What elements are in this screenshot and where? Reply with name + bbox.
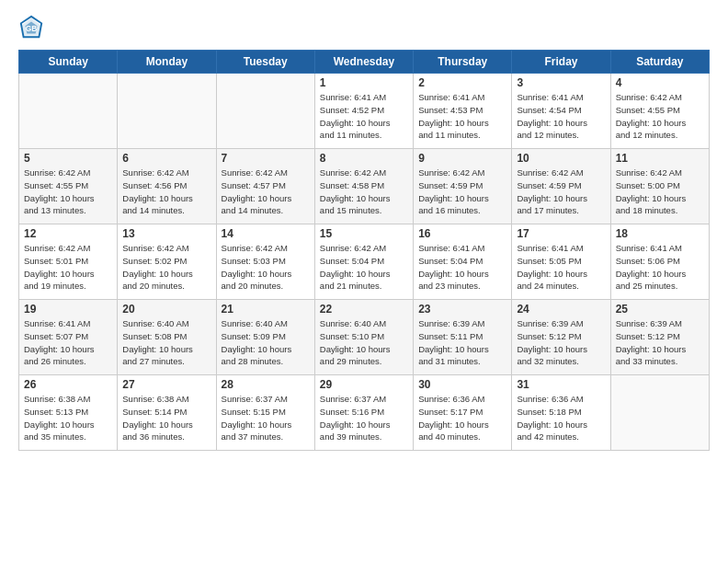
calendar-cell: 20Sunrise: 6:40 AM Sunset: 5:08 PM Dayli…	[118, 300, 216, 375]
calendar-body: 1Sunrise: 6:41 AM Sunset: 4:52 PM Daylig…	[19, 74, 710, 451]
day-info: Sunrise: 6:39 AM Sunset: 5:12 PM Dayligh…	[517, 317, 605, 368]
calendar-cell: 15Sunrise: 6:42 AM Sunset: 5:04 PM Dayli…	[314, 224, 413, 300]
day-number: 12	[24, 227, 112, 240]
day-info: Sunrise: 6:42 AM Sunset: 5:00 PM Dayligh…	[616, 167, 704, 217]
day-number: 9	[418, 152, 506, 165]
weekday-row: SundayMondayTuesdayWednesdayThursdayFrid…	[19, 51, 710, 74]
calendar-cell: 26Sunrise: 6:38 AM Sunset: 5:13 PM Dayli…	[19, 375, 118, 451]
day-info: Sunrise: 6:40 AM Sunset: 5:10 PM Dayligh…	[320, 317, 408, 368]
day-number: 27	[122, 378, 210, 391]
day-info: Sunrise: 6:40 AM Sunset: 5:08 PM Dayligh…	[122, 317, 210, 368]
weekday-header: Friday	[512, 51, 610, 74]
day-number: 18	[616, 227, 704, 240]
weekday-header: Saturday	[610, 51, 709, 74]
calendar-cell: 11Sunrise: 6:42 AM Sunset: 5:00 PM Dayli…	[610, 149, 709, 224]
weekday-header: Monday	[118, 51, 216, 74]
day-info: Sunrise: 6:41 AM Sunset: 5:04 PM Dayligh…	[418, 242, 506, 293]
day-info: Sunrise: 6:42 AM Sunset: 5:02 PM Dayligh…	[122, 242, 210, 293]
day-number: 31	[517, 378, 605, 391]
calendar-cell	[216, 74, 314, 149]
day-number: 15	[320, 227, 408, 240]
calendar-cell: 4Sunrise: 6:42 AM Sunset: 4:55 PM Daylig…	[610, 74, 709, 149]
day-info: Sunrise: 6:41 AM Sunset: 4:53 PM Dayligh…	[418, 91, 506, 142]
day-number: 20	[122, 303, 210, 316]
day-number: 3	[517, 76, 605, 89]
day-number: 13	[122, 227, 210, 240]
calendar-cell: 27Sunrise: 6:38 AM Sunset: 5:14 PM Dayli…	[118, 375, 216, 451]
calendar-cell: 7Sunrise: 6:42 AM Sunset: 4:57 PM Daylig…	[216, 149, 314, 224]
day-number: 19	[24, 303, 112, 316]
day-info: Sunrise: 6:39 AM Sunset: 5:11 PM Dayligh…	[418, 317, 506, 368]
calendar-week-row: 5Sunrise: 6:42 AM Sunset: 4:55 PM Daylig…	[19, 149, 710, 224]
calendar-cell: 3Sunrise: 6:41 AM Sunset: 4:54 PM Daylig…	[512, 74, 610, 149]
day-number: 6	[122, 152, 210, 165]
calendar-page: GB SundayMondayTuesdayWednesdayThursdayF…	[0, 0, 728, 563]
calendar-cell: 14Sunrise: 6:42 AM Sunset: 5:03 PM Dayli…	[216, 224, 314, 300]
weekday-header: Wednesday	[314, 51, 413, 74]
day-number: 4	[616, 76, 704, 89]
calendar-cell	[118, 74, 216, 149]
calendar-cell: 5Sunrise: 6:42 AM Sunset: 4:55 PM Daylig…	[19, 149, 118, 224]
day-number: 14	[222, 227, 310, 240]
day-number: 25	[616, 303, 704, 316]
calendar-cell: 19Sunrise: 6:41 AM Sunset: 5:07 PM Dayli…	[19, 300, 118, 375]
calendar-cell: 6Sunrise: 6:42 AM Sunset: 4:56 PM Daylig…	[118, 149, 216, 224]
calendar-cell: 23Sunrise: 6:39 AM Sunset: 5:11 PM Dayli…	[414, 300, 512, 375]
day-info: Sunrise: 6:37 AM Sunset: 5:15 PM Dayligh…	[222, 393, 310, 443]
day-number: 7	[222, 152, 310, 165]
calendar-table: SundayMondayTuesdayWednesdayThursdayFrid…	[18, 50, 710, 451]
calendar-cell: 21Sunrise: 6:40 AM Sunset: 5:09 PM Dayli…	[216, 300, 314, 375]
day-number: 23	[418, 303, 506, 316]
day-info: Sunrise: 6:42 AM Sunset: 4:56 PM Dayligh…	[122, 167, 210, 217]
day-info: Sunrise: 6:41 AM Sunset: 4:52 PM Dayligh…	[320, 91, 408, 142]
day-info: Sunrise: 6:42 AM Sunset: 4:57 PM Dayligh…	[222, 167, 310, 217]
day-number: 17	[517, 227, 605, 240]
calendar-cell: 10Sunrise: 6:42 AM Sunset: 4:59 PM Dayli…	[512, 149, 610, 224]
day-number: 2	[418, 76, 506, 89]
calendar-cell: 17Sunrise: 6:41 AM Sunset: 5:05 PM Dayli…	[512, 224, 610, 300]
calendar-header: SundayMondayTuesdayWednesdayThursdayFrid…	[19, 51, 710, 74]
day-info: Sunrise: 6:42 AM Sunset: 5:04 PM Dayligh…	[320, 242, 408, 293]
calendar-cell: 8Sunrise: 6:42 AM Sunset: 4:58 PM Daylig…	[314, 149, 413, 224]
weekday-header: Tuesday	[216, 51, 314, 74]
day-number: 1	[320, 76, 408, 89]
day-info: Sunrise: 6:37 AM Sunset: 5:16 PM Dayligh…	[320, 393, 408, 443]
calendar-cell: 1Sunrise: 6:41 AM Sunset: 4:52 PM Daylig…	[314, 74, 413, 149]
calendar-cell: 22Sunrise: 6:40 AM Sunset: 5:10 PM Dayli…	[314, 300, 413, 375]
calendar-cell: 18Sunrise: 6:41 AM Sunset: 5:06 PM Dayli…	[610, 224, 709, 300]
logo-icon: GB	[18, 15, 44, 40]
day-info: Sunrise: 6:41 AM Sunset: 4:54 PM Dayligh…	[517, 91, 605, 142]
calendar-cell: 31Sunrise: 6:36 AM Sunset: 5:18 PM Dayli…	[512, 375, 610, 451]
calendar-week-row: 26Sunrise: 6:38 AM Sunset: 5:13 PM Dayli…	[19, 375, 710, 451]
day-info: Sunrise: 6:42 AM Sunset: 4:59 PM Dayligh…	[418, 167, 506, 217]
day-number: 22	[320, 303, 408, 316]
calendar-cell: 13Sunrise: 6:42 AM Sunset: 5:02 PM Dayli…	[118, 224, 216, 300]
day-info: Sunrise: 6:42 AM Sunset: 5:03 PM Dayligh…	[222, 242, 310, 293]
calendar-week-row: 19Sunrise: 6:41 AM Sunset: 5:07 PM Dayli…	[19, 300, 710, 375]
day-info: Sunrise: 6:42 AM Sunset: 4:58 PM Dayligh…	[320, 167, 408, 217]
day-info: Sunrise: 6:42 AM Sunset: 4:55 PM Dayligh…	[616, 91, 704, 142]
day-number: 8	[320, 152, 408, 165]
calendar-cell	[610, 375, 709, 451]
day-info: Sunrise: 6:36 AM Sunset: 5:17 PM Dayligh…	[418, 393, 506, 443]
day-number: 24	[517, 303, 605, 316]
day-info: Sunrise: 6:36 AM Sunset: 5:18 PM Dayligh…	[517, 393, 605, 443]
day-info: Sunrise: 6:42 AM Sunset: 5:01 PM Dayligh…	[24, 242, 112, 293]
day-info: Sunrise: 6:41 AM Sunset: 5:05 PM Dayligh…	[517, 242, 605, 293]
calendar-cell	[19, 74, 118, 149]
day-info: Sunrise: 6:38 AM Sunset: 5:14 PM Dayligh…	[122, 393, 210, 443]
calendar-cell: 29Sunrise: 6:37 AM Sunset: 5:16 PM Dayli…	[314, 375, 413, 451]
calendar-cell: 25Sunrise: 6:39 AM Sunset: 5:12 PM Dayli…	[610, 300, 709, 375]
day-info: Sunrise: 6:41 AM Sunset: 5:07 PM Dayligh…	[24, 317, 112, 368]
day-info: Sunrise: 6:39 AM Sunset: 5:12 PM Dayligh…	[616, 317, 704, 368]
calendar-cell: 24Sunrise: 6:39 AM Sunset: 5:12 PM Dayli…	[512, 300, 610, 375]
calendar-week-row: 1Sunrise: 6:41 AM Sunset: 4:52 PM Daylig…	[19, 74, 710, 149]
calendar-cell: 28Sunrise: 6:37 AM Sunset: 5:15 PM Dayli…	[216, 375, 314, 451]
day-info: Sunrise: 6:41 AM Sunset: 5:06 PM Dayligh…	[616, 242, 704, 293]
day-info: Sunrise: 6:38 AM Sunset: 5:13 PM Dayligh…	[24, 393, 112, 443]
day-number: 26	[24, 378, 112, 391]
day-number: 5	[24, 152, 112, 165]
logo: GB	[18, 15, 48, 40]
weekday-header: Thursday	[414, 51, 512, 74]
calendar-week-row: 12Sunrise: 6:42 AM Sunset: 5:01 PM Dayli…	[19, 224, 710, 300]
